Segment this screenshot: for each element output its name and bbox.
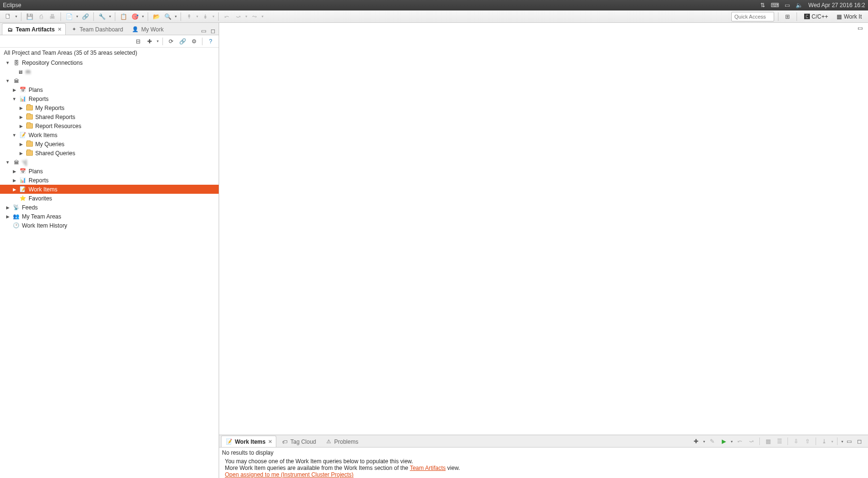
tab-problems[interactable]: ⚠ Problems	[321, 436, 363, 447]
sound-icon[interactable]: 🔈	[796, 2, 803, 9]
targets-dropdown[interactable]: ▾	[141, 14, 145, 19]
forward-button: ⤻	[233, 11, 243, 22]
chevron-right-icon[interactable]: ▶	[11, 178, 17, 183]
new-query-button[interactable]: ✚	[144, 36, 155, 47]
perspective-cpp[interactable]: 🅲C/C++	[801, 11, 832, 22]
chevron-right-icon[interactable]: ▶	[18, 151, 24, 156]
chevron-down-icon[interactable]: ▼	[11, 133, 17, 138]
help-button[interactable]: ?	[205, 36, 216, 47]
tree-plans-1[interactable]: ▶ 📅 Plans	[0, 85, 219, 94]
tree-my-team-areas[interactable]: ▶ 👥 My Team Areas	[0, 212, 219, 221]
tab-tag-cloud[interactable]: 🏷 Tag Cloud	[276, 436, 320, 447]
search-button[interactable]: 🔍	[162, 11, 173, 22]
tree-repository-connections[interactable]: ▼ 🗄 Repository Connections	[0, 58, 219, 67]
open-perspective-button[interactable]: ⊞	[782, 11, 793, 22]
close-tab-icon[interactable]: ✕	[58, 27, 61, 32]
new-workitem-view-dropdown[interactable]: ▾	[702, 439, 706, 444]
refresh-button[interactable]: ⟳	[166, 36, 176, 47]
tab-team-artifacts[interactable]: 🗂 Team Artifacts ✕	[2, 23, 66, 35]
battery-icon[interactable]: ▭	[785, 2, 790, 9]
new-query-dropdown[interactable]: ▾	[156, 39, 160, 43]
view-menu-dropdown[interactable]: ▾	[840, 439, 844, 444]
collapse-all-button[interactable]: ⊟	[133, 36, 143, 47]
tree-repo-connection-item[interactable]: 🖥 m	[0, 67, 219, 76]
clock[interactable]: Wed Apr 27 2016 16:2	[808, 2, 865, 9]
chevron-right-icon[interactable]: ▶	[11, 187, 17, 192]
new-workitem-button[interactable]: 📄	[64, 11, 74, 22]
tab-work-items[interactable]: 📝 Work Items ✕	[221, 436, 276, 447]
dashboard-icon: ✦	[70, 26, 78, 33]
export-button: ⤓	[819, 436, 829, 447]
print-button: 🖶	[47, 11, 58, 22]
tree-report-resources[interactable]: ▶ Report Resources	[0, 121, 219, 130]
workitems-hint-2: More Work Item queries are available fro…	[225, 465, 865, 471]
run-query-button[interactable]: ▶	[718, 436, 729, 447]
run-query-dropdown[interactable]: ▾	[730, 439, 734, 444]
maximize-bottom-button[interactable]: ◻	[856, 438, 863, 445]
tree-favorites[interactable]: ▶ ⭐ Favorites	[0, 194, 219, 203]
maximize-view-button[interactable]: ◻	[209, 27, 217, 35]
save-all-button: ⎙	[36, 11, 46, 22]
tree-reports-1[interactable]: ▼ 📊 Reports	[0, 94, 219, 103]
chevron-right-icon[interactable]: ▶	[18, 142, 24, 147]
plans-icon: 📅	[19, 86, 27, 94]
chevron-right-icon[interactable]: ▶	[5, 214, 10, 219]
project-icon: 🏛	[12, 77, 20, 85]
tree-work-item-history[interactable]: ▶ 🕑 Work Item History	[0, 221, 219, 230]
open-assigned-to-me-link[interactable]: Open assigned to me (Instrument Cluster …	[225, 471, 353, 478]
close-tab-icon[interactable]: ✕	[268, 439, 272, 444]
restore-editor-button[interactable]: ▭	[858, 25, 865, 30]
perspective-workitems[interactable]: ▦Work It	[833, 11, 865, 22]
quick-access-input[interactable]	[731, 12, 774, 21]
wifi-icon[interactable]: ⇅	[760, 2, 765, 9]
bottom-panel: 📝 Work Items ✕ 🏷 Tag Cloud ⚠ Problems ✚ …	[219, 435, 868, 478]
new-workitem-dropdown[interactable]: ▾	[75, 14, 79, 19]
new-dropdown[interactable]: ▾	[14, 14, 18, 19]
tab-team-dashboard[interactable]: ✦ Team Dashboard	[66, 23, 127, 35]
tree-feeds[interactable]: ▶ 📡 Feeds	[0, 203, 219, 212]
clipboard-button[interactable]: 📋	[118, 11, 129, 22]
search-dropdown[interactable]: ▾	[174, 14, 178, 19]
tree-my-reports[interactable]: ▶ My Reports	[0, 103, 219, 112]
minimize-bottom-button[interactable]: ▭	[845, 438, 853, 445]
build-dropdown[interactable]: ▾	[108, 14, 112, 19]
chevron-right-icon[interactable]: ▶	[18, 124, 24, 129]
chevron-down-icon[interactable]: ▼	[5, 160, 10, 165]
tab-my-work[interactable]: 👤 My Work	[127, 23, 168, 35]
right-pane: ▭ 📝 Work Items ✕ 🏷 Tag Cloud ⚠ Problems	[219, 23, 868, 478]
minimize-view-button[interactable]: ▭	[200, 27, 207, 35]
build-button[interactable]: 🔧	[97, 11, 107, 22]
chevron-right-icon[interactable]: ▶	[5, 205, 10, 210]
tab-label: Work Items	[235, 438, 265, 445]
tree-shared-queries[interactable]: ▶ Shared Queries	[0, 149, 219, 158]
chevron-right-icon[interactable]: ▶	[18, 106, 24, 110]
targets-button[interactable]: 🎯	[130, 11, 140, 22]
chevron-right-icon[interactable]: ▶	[11, 88, 17, 92]
tree-plans-2[interactable]: ▶ 📅 Plans	[0, 167, 219, 176]
keyboard-icon[interactable]: ⌨	[771, 2, 779, 9]
link-button[interactable]: 🔗	[177, 36, 188, 47]
chevron-down-icon[interactable]: ▼	[5, 79, 10, 83]
connect-button[interactable]: 🔗	[80, 11, 91, 22]
tree-project-area-1[interactable]: ▼ 🏛	[0, 76, 219, 85]
chevron-right-icon[interactable]: ▶	[11, 169, 17, 174]
new-button[interactable]	[3, 11, 13, 22]
workitems-icon: 📝	[19, 131, 27, 139]
chevron-right-icon[interactable]: ▶	[18, 115, 24, 120]
tree-work-items-1[interactable]: ▼ 📝 Work Items	[0, 130, 219, 139]
tree-shared-reports[interactable]: ▶ Shared Reports	[0, 112, 219, 121]
tree-project-area-2[interactable]: ▼ 🏛 ר]	[0, 158, 219, 167]
reports-icon: 📊	[19, 177, 27, 184]
settings-button[interactable]: ⚙	[189, 36, 199, 47]
chevron-down-icon[interactable]: ▼	[5, 60, 10, 65]
tree-work-items-2[interactable]: ▶ 📝 Work Items	[0, 185, 219, 194]
team-artifacts-link[interactable]: Team Artifacts	[410, 465, 445, 471]
chevron-down-icon[interactable]: ▼	[11, 97, 17, 101]
no-results-label: No results to display	[222, 449, 865, 456]
open-button[interactable]: 📂	[151, 11, 161, 22]
area-filter-label[interactable]: All Project and Team Areas (35 of 35 are…	[0, 48, 219, 58]
new-workitem-view-button[interactable]: ✚	[691, 436, 701, 447]
workitems-persp-icon: ▦	[837, 13, 842, 20]
tree-reports-2[interactable]: ▶ 📊 Reports	[0, 176, 219, 185]
tree-my-queries[interactable]: ▶ My Queries	[0, 139, 219, 149]
